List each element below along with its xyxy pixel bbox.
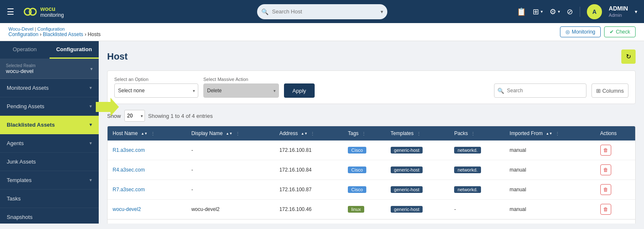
sidebar-item-tasks[interactable]: Tasks xyxy=(0,190,99,208)
settings-icon-btn[interactable]: ⚙▾ xyxy=(549,7,560,16)
logo-text: wocu monitoring xyxy=(40,5,64,18)
sort-displayname[interactable]: ▲▼ xyxy=(226,132,232,135)
col-menu-imported[interactable]: ⋮ xyxy=(555,131,560,136)
search-host-input[interactable] xyxy=(257,4,387,19)
delete-button[interactable]: 🗑 xyxy=(600,204,611,215)
col-tags: Tags ⋮ xyxy=(343,126,386,141)
hostname-link[interactable]: wocu-devel2 xyxy=(113,206,141,212)
col-hostname: Host Name ▲▼ ⋮ xyxy=(108,126,186,141)
cell-template: generic-host xyxy=(386,141,449,160)
realm-chevron: ▾ xyxy=(90,66,93,72)
cell-tag: linux xyxy=(343,200,386,219)
user-name: ADMIN xyxy=(609,5,628,12)
sort-hostname[interactable]: ▲▼ xyxy=(141,132,147,135)
search-host-icon: 🔍 xyxy=(261,8,268,15)
breadcrumb: Wocu-Devel | Configuration Configuration… xyxy=(8,26,101,37)
tab-configuration[interactable]: Configuration xyxy=(50,41,99,59)
sidebar-item-monitored-assets[interactable]: Monitored Assets ▾ xyxy=(0,79,99,97)
massive-action-label: Select Massive Action xyxy=(203,77,279,82)
col-packs: Packs ⋮ xyxy=(449,126,505,141)
col-menu-displayname[interactable]: ⋮ xyxy=(236,131,240,136)
layout: Operation Configuration Selected Realm w… xyxy=(0,41,644,224)
logo-area: wocu monitoring xyxy=(23,4,64,19)
show-select[interactable]: 20 50 100 xyxy=(124,110,145,122)
svg-point-1 xyxy=(29,8,36,15)
massive-action-filter-group: Select Massive Action Delete ▾ xyxy=(203,77,279,98)
monitoring-button[interactable]: ◎ Monitoring xyxy=(560,26,601,37)
search-filter-wrapper: 🔍 xyxy=(494,83,586,98)
col-menu-templates[interactable]: ⋮ xyxy=(417,131,421,136)
realm-name: wocu-devel xyxy=(6,68,36,74)
col-menu-hostname[interactable]: ⋮ xyxy=(151,131,155,136)
user-role: Admin xyxy=(609,12,628,18)
col-menu-tags[interactable]: ⋮ xyxy=(362,131,366,136)
delete-button[interactable]: 🗑 xyxy=(600,145,611,156)
hostname-link[interactable]: R7.a3sec.com xyxy=(113,187,145,193)
breadcrumb-bar: Wocu-Devel | Configuration Configuration… xyxy=(0,23,644,41)
breadcrumb-actions: ◎ Monitoring ✔ Check xyxy=(560,26,636,37)
massive-action-select[interactable]: Delete xyxy=(203,83,279,98)
sidebar-item-blacklisted-assets[interactable]: Blacklisted Assets ▾ xyxy=(0,116,99,134)
tab-operation[interactable]: Operation xyxy=(0,41,50,59)
col-actions: Actions xyxy=(595,126,635,141)
breadcrumb-link-config[interactable]: Configuration xyxy=(8,31,38,37)
col-imported: Imported From ▲▼ ⋮ xyxy=(505,126,595,141)
pack-badge: networkd. xyxy=(454,186,481,193)
hostname-link[interactable]: R1.a3sec.com xyxy=(113,147,145,153)
cell-template: generic-host xyxy=(386,180,449,200)
delete-button[interactable]: 🗑 xyxy=(600,164,611,175)
sidebar-item-snapshots[interactable]: Snapshots xyxy=(0,208,99,224)
tag-badge: linux xyxy=(348,206,364,213)
cell-imported: manual xyxy=(505,200,595,219)
document-icon-btn[interactable]: 📋 xyxy=(517,7,526,16)
check-button[interactable]: ✔ Check xyxy=(604,26,636,37)
option-label: Select an Option xyxy=(114,77,198,82)
breadcrumb-link-blacklisted[interactable]: Blacklisted Assets xyxy=(43,31,83,37)
sidebar: Operation Configuration Selected Realm w… xyxy=(0,41,99,224)
delete-button[interactable]: 🗑 xyxy=(600,184,611,195)
col-menu-packs[interactable]: ⋮ xyxy=(471,131,475,136)
breadcrumb-current: Hosts xyxy=(88,31,101,37)
avatar[interactable]: A xyxy=(587,4,602,19)
template-badge: generic-host xyxy=(391,167,423,173)
realm-selector[interactable]: Selected Realm wocu-devel ▾ xyxy=(0,59,99,79)
search-filter-input[interactable] xyxy=(494,83,586,98)
hamburger-menu[interactable]: ☰ xyxy=(7,7,14,17)
topbar-divider xyxy=(580,7,580,17)
sidebar-wrapper: Operation Configuration Selected Realm w… xyxy=(0,41,99,224)
refresh-button[interactable]: ↻ xyxy=(621,49,636,64)
cell-actions: 🗑 xyxy=(595,180,635,200)
cell-address: 172.16.100.87 xyxy=(274,180,343,200)
sidebar-item-junk-assets[interactable]: Junk Assets xyxy=(0,153,99,171)
cell-displayname: - xyxy=(186,141,274,160)
columns-button[interactable]: ⊞ Columns xyxy=(591,83,628,98)
cell-tag: Cisco xyxy=(343,180,386,200)
cell-hostname: R7.a3sec.com xyxy=(108,180,186,200)
cell-template: generic-host xyxy=(386,160,449,180)
cell-address: 172.16.100.46 xyxy=(274,200,343,219)
cell-tag: Cisco xyxy=(343,141,386,160)
logo-icon xyxy=(23,4,38,19)
apply-button[interactable]: Apply xyxy=(284,83,315,98)
template-badge: generic-host xyxy=(391,206,423,213)
sort-address[interactable]: ▲▼ xyxy=(301,132,308,135)
sidebar-item-templates[interactable]: Templates ▾ xyxy=(0,171,99,190)
cell-tag: Cisco xyxy=(343,160,386,180)
cell-pack: networkd. xyxy=(449,180,505,200)
grid-icon-btn[interactable]: ⊞▾ xyxy=(533,7,543,16)
col-menu-address[interactable]: ⋮ xyxy=(310,131,315,136)
option-select[interactable]: Select none Select all xyxy=(114,83,198,98)
cell-actions: 🗑 xyxy=(595,200,635,219)
topbar: ☰ wocu monitoring 🔍 ▾ 📋 ⊞▾ ⚙▾ ⊘ A ADMIN … xyxy=(0,0,644,23)
chevron-monitored: ▾ xyxy=(89,85,92,91)
breadcrumb-link-wocu[interactable]: Wocu-Devel xyxy=(8,26,34,31)
massive-action-select-wrapper: Delete ▾ xyxy=(203,83,279,98)
sidebar-item-agents[interactable]: Agents ▾ xyxy=(0,134,99,153)
sort-imported[interactable]: ▲▼ xyxy=(546,132,552,135)
user-chevron[interactable]: ▾ xyxy=(635,9,637,15)
hostname-link[interactable]: R4.a3sec.com xyxy=(113,167,145,173)
broom-icon-btn[interactable]: ⊘ xyxy=(567,7,573,16)
hosts-table: Host Name ▲▼ ⋮ Display Name ▲▼ ⋮ Address… xyxy=(108,126,635,219)
breadcrumb-link-configuration-top[interactable]: Configuration xyxy=(37,26,65,31)
sidebar-item-pending-assets[interactable]: Pending Assets ▾ xyxy=(0,97,99,116)
